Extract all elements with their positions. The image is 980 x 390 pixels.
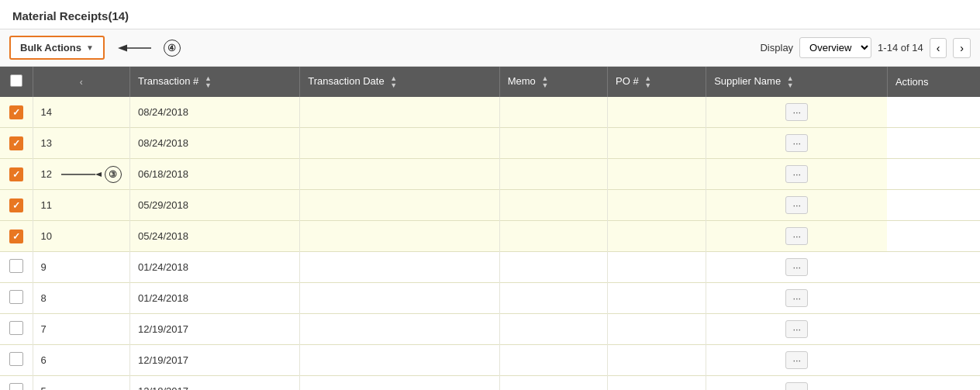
row-checkbox[interactable] <box>9 198 23 212</box>
annotation-3-wrapper: 12 ③ <box>41 166 122 183</box>
row-actions-cell: ··· <box>706 252 888 283</box>
row-supplier-name <box>608 159 706 190</box>
table-row: 712/19/2017··· <box>0 314 980 345</box>
pagination-info: 1-14 of 14 <box>878 42 923 53</box>
row-memo <box>300 345 499 376</box>
row-supplier-name <box>608 345 706 376</box>
row-memo <box>300 252 499 283</box>
annotation-4-circle: ④ <box>164 40 181 57</box>
th-po-num[interactable]: PO # ▲▼ <box>608 67 706 97</box>
row-po-num <box>499 345 607 376</box>
row-checkbox[interactable] <box>9 383 23 390</box>
table-body: 1408/24/2018···1308/24/2018···12 ③06/18/… <box>0 97 980 390</box>
row-checkbox-cell <box>0 128 33 159</box>
row-transaction-date: 05/24/2018 <box>129 221 299 252</box>
row-actions-cell: ··· <box>706 190 888 221</box>
row-checkbox[interactable] <box>9 167 23 181</box>
annotation-3-circle: ③ <box>105 166 122 183</box>
row-action-button[interactable]: ··· <box>785 227 808 245</box>
row-supplier-name <box>608 128 706 159</box>
row-supplier-name <box>608 283 706 314</box>
transaction-num-value: 12 <box>41 168 52 180</box>
th-actions: Actions <box>887 67 980 97</box>
table-row: 1408/24/2018··· <box>0 97 980 128</box>
row-po-num <box>499 314 607 345</box>
row-action-button[interactable]: ··· <box>785 258 808 276</box>
row-transaction-num: 10 <box>33 221 129 252</box>
bulk-actions-button[interactable]: Bulk Actions ▼ <box>9 36 105 60</box>
table-header-row: ‹ Transaction # ▲▼ Transaction Date ▲▼ M… <box>0 67 980 97</box>
row-checkbox[interactable] <box>9 230 23 243</box>
display-select[interactable]: Overview <box>799 37 871 58</box>
row-action-button[interactable]: ··· <box>785 196 808 214</box>
table-row: 801/24/2018··· <box>0 283 980 314</box>
row-action-button[interactable]: ··· <box>785 103 808 121</box>
row-transaction-num: 13 <box>33 128 129 159</box>
row-checkbox[interactable] <box>9 321 23 335</box>
sort-icons-supplier-name: ▲▼ <box>787 75 794 89</box>
row-memo <box>300 128 499 159</box>
row-transaction-num: 7 <box>33 314 129 345</box>
row-transaction-num: 8 <box>33 283 129 314</box>
row-memo <box>300 159 499 190</box>
th-checkbox <box>0 67 33 97</box>
row-supplier-name <box>608 376 706 391</box>
pagination-next-button[interactable]: › <box>953 38 971 58</box>
row-action-button[interactable]: ··· <box>785 134 808 152</box>
row-actions-cell: ··· <box>706 97 888 128</box>
header-checkbox[interactable] <box>10 74 22 87</box>
sort-icons-transaction-num: ▲▼ <box>205 75 212 89</box>
row-memo <box>300 190 499 221</box>
row-actions-cell: ··· <box>706 345 888 376</box>
row-actions-cell: ··· <box>706 159 888 190</box>
annotation-arrow-svg <box>114 39 160 57</box>
th-supplier-name[interactable]: Supplier Name ▲▼ <box>706 67 888 97</box>
th-transaction-num[interactable]: Transaction # ▲▼ <box>129 67 299 97</box>
row-memo <box>300 221 499 252</box>
row-checkbox-cell <box>0 252 33 283</box>
row-transaction-date: 08/24/2018 <box>129 97 299 128</box>
row-actions-cell: ··· <box>706 221 888 252</box>
row-checkbox[interactable] <box>9 352 23 366</box>
receipts-table: ‹ Transaction # ▲▼ Transaction Date ▲▼ M… <box>0 67 980 390</box>
row-actions-cell: ··· <box>706 376 888 391</box>
row-checkbox[interactable] <box>9 105 23 119</box>
row-po-num <box>499 283 607 314</box>
row-transaction-date: 12/19/2017 <box>129 345 299 376</box>
row-action-button[interactable]: ··· <box>785 351 808 369</box>
toolbar-left: Bulk Actions ▼ ④ <box>9 36 181 60</box>
row-po-num <box>499 221 607 252</box>
row-supplier-name <box>608 252 706 283</box>
row-po-num <box>499 252 607 283</box>
row-po-num <box>499 190 607 221</box>
sort-icons-po-num: ▲▼ <box>644 75 651 89</box>
row-memo <box>300 314 499 345</box>
row-memo <box>300 283 499 314</box>
row-action-button[interactable]: ··· <box>785 289 808 307</box>
row-actions-cell: ··· <box>706 128 888 159</box>
row-actions-cell: ··· <box>706 314 888 345</box>
th-prev: ‹ <box>33 67 129 97</box>
row-checkbox[interactable] <box>9 136 23 150</box>
row-checkbox-cell <box>0 345 33 376</box>
row-supplier-name <box>608 190 706 221</box>
row-action-button[interactable]: ··· <box>785 165 808 183</box>
bulk-actions-label: Bulk Actions <box>20 42 81 53</box>
row-checkbox-cell <box>0 97 33 128</box>
row-checkbox[interactable] <box>9 290 23 304</box>
row-checkbox[interactable] <box>9 259 23 273</box>
pagination-prev-button[interactable]: ‹ <box>930 38 947 58</box>
row-checkbox-cell <box>0 159 33 190</box>
toolbar: Bulk Actions ▼ ④ Display Overview <box>0 29 980 67</box>
row-transaction-num: 6 <box>33 345 129 376</box>
th-memo[interactable]: Memo ▲▼ <box>499 67 607 97</box>
row-checkbox-cell <box>0 190 33 221</box>
th-transaction-date[interactable]: Transaction Date ▲▼ <box>300 67 499 97</box>
row-actions-cell: ··· <box>706 283 888 314</box>
page-title: Material Receipts(14) <box>0 0 980 29</box>
toolbar-right: Display Overview 1-14 of 14 ‹ › <box>760 37 971 58</box>
row-transaction-num: 9 <box>33 252 129 283</box>
row-action-button[interactable]: ··· <box>785 382 808 390</box>
row-action-button[interactable]: ··· <box>785 320 808 338</box>
table-row: 612/19/2017··· <box>0 345 980 376</box>
